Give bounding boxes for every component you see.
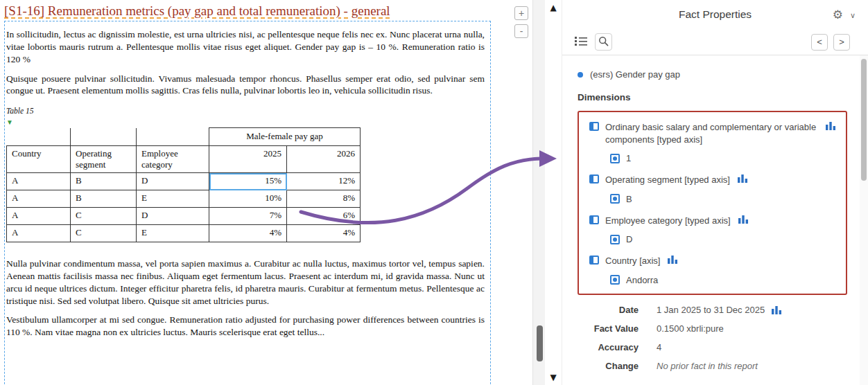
table-row: A B D 15% 12% <box>7 173 361 190</box>
fact-cell[interactable]: 6% <box>287 208 361 225</box>
selected-fact-cell[interactable]: 15% <box>209 173 287 190</box>
chart-icon[interactable] <box>772 305 782 314</box>
paragraph: Nulla pulvinar condimentum massa, vel po… <box>6 258 485 307</box>
chart-icon[interactable] <box>738 215 749 224</box>
chart-icon[interactable] <box>826 121 836 130</box>
cell: E <box>137 190 209 208</box>
zoom-controls: + - <box>514 6 528 38</box>
chevron-down-icon[interactable]: ∨ <box>850 1 856 30</box>
fact-cell[interactable]: 10% <box>209 190 287 208</box>
dimension-item: Country [axis] Andorra <box>589 255 836 285</box>
empty-cell <box>71 128 137 146</box>
dimension-label: Ordinary basic salary and complementary … <box>605 121 818 145</box>
dimension-item: Ordinary basic salary and complementary … <box>589 121 836 163</box>
cell: A <box>7 173 71 190</box>
property-label: Change <box>578 361 639 371</box>
fact-cell[interactable]: 7% <box>209 208 287 225</box>
column-header: Employee category <box>137 146 209 173</box>
gear-icon[interactable]: ⚙ <box>833 0 843 29</box>
selection-outline: In sollicitudin, lectus ac dignissim mol… <box>4 21 491 385</box>
fact-cell[interactable]: 4% <box>209 225 287 242</box>
dimension-row[interactable]: Operating segment [typed axis] <box>589 174 836 186</box>
fact-properties-panel: Fact Properties ⚙ ∨ < > <box>562 0 868 385</box>
panel-title: Fact Properties <box>562 0 868 29</box>
column-header: Country <box>7 146 71 173</box>
table-header-row: Country Operating segment Employee categ… <box>7 146 361 173</box>
member-icon[interactable] <box>610 275 620 285</box>
member-row[interactable]: B <box>610 194 836 204</box>
dimension-label: Operating segment [typed axis] <box>605 174 730 186</box>
panel-scrollbar[interactable] <box>860 55 868 385</box>
column-header: 2025 <box>209 146 287 173</box>
panel-toolbar: < > <box>562 29 868 55</box>
chart-icon[interactable] <box>738 174 748 183</box>
property-label: Fact Value <box>578 323 639 334</box>
table-row: A C D 7% 6% <box>7 208 361 225</box>
member-row[interactable]: D <box>610 234 836 244</box>
column-header: Operating segment <box>71 146 137 173</box>
fact-cell[interactable]: 4% <box>287 225 361 242</box>
member-label: D <box>626 234 632 244</box>
cell: C <box>71 225 137 242</box>
cell: B <box>71 173 137 190</box>
dimension-row[interactable]: Ordinary basic salary and complementary … <box>589 121 836 145</box>
property-value: 1 Jan 2025 to 31 Dec 2025 <box>657 305 782 315</box>
document-pane: [S1-16] Remuneration metrics (pay gap an… <box>0 0 532 385</box>
member-icon[interactable] <box>610 154 620 163</box>
property-label: Accuracy <box>578 342 639 352</box>
property-row: Fact Value 0.1500 xbrli:pure <box>578 323 847 334</box>
property-row: Change No prior fact in this report <box>578 361 847 371</box>
dimension-icon[interactable] <box>589 256 599 265</box>
dimensions-heading: Dimensions <box>578 92 847 102</box>
dimension-row[interactable]: Employee category [typed axis] <box>589 215 836 227</box>
chart-icon[interactable] <box>668 255 678 264</box>
outline-list-icon <box>575 36 587 48</box>
scroll-up-icon[interactable]: ▲ <box>545 3 562 12</box>
concept-label: (esrs) Gender pay gap <box>590 69 680 80</box>
member-icon[interactable] <box>610 194 620 204</box>
dimension-row[interactable]: Country [axis] <box>589 255 836 267</box>
fact-property-list: Date 1 Jan 2025 to 31 Dec 2025 Fact Valu… <box>578 305 847 371</box>
document-content: [S1-16] Remuneration metrics (pay gap an… <box>4 3 491 385</box>
property-value: No prior fact in this report <box>657 361 758 371</box>
dimension-icon[interactable] <box>589 174 599 183</box>
previous-fact-button[interactable]: < <box>811 34 828 51</box>
concept-row[interactable]: (esrs) Gender pay gap <box>578 69 847 80</box>
member-row[interactable]: 1 <box>610 153 836 163</box>
panel-scrollbar-thumb[interactable] <box>861 59 867 181</box>
paragraph: Quisque posuere pulvinar sollicitudin. V… <box>6 73 485 98</box>
dimension-icon[interactable] <box>589 215 599 224</box>
concept-bullet-icon <box>578 72 583 78</box>
scroll-down-icon[interactable]: ▼ <box>545 373 562 382</box>
document-title: [S1-16] Remuneration metrics (pay gap an… <box>4 3 420 19</box>
span-header: Male-female pay gap <box>209 128 361 146</box>
document-scrollbar-thumb[interactable] <box>537 325 543 361</box>
window-scrollbar: ▲ ▼ <box>545 0 562 385</box>
member-label: Andorra <box>626 275 658 285</box>
panel-header: Fact Properties ⚙ ∨ <box>562 0 868 29</box>
property-value: 0.1500 xbrli:pure <box>657 323 724 334</box>
dimension-label: Employee category [typed axis] <box>605 215 731 227</box>
document-scrollbar[interactable] <box>532 0 545 385</box>
dimension-icon[interactable] <box>589 122 599 131</box>
table-caption: Table 15 <box>6 107 485 115</box>
cell: D <box>137 208 209 225</box>
property-row: Accuracy 4 <box>578 342 847 352</box>
dimension-item: Operating segment [typed axis] B <box>589 174 836 204</box>
outline-list-button[interactable] <box>572 33 589 51</box>
zoom-in-button[interactable]: + <box>514 6 528 20</box>
cell: B <box>71 190 137 208</box>
zoom-out-button[interactable]: - <box>514 24 528 38</box>
dimension-item: Employee category [typed axis] D <box>589 215 836 245</box>
panel-content: (esrs) Gender pay gap Dimensions Ordinar… <box>562 55 860 385</box>
expand-marker-icon[interactable]: ▼ <box>6 118 16 126</box>
next-fact-button[interactable]: > <box>833 34 850 51</box>
property-value-text: 4 <box>657 342 661 352</box>
member-icon[interactable] <box>610 235 620 244</box>
annotation-highlight-box: Ordinary basic salary and complementary … <box>578 111 847 295</box>
fact-cell[interactable]: 8% <box>287 190 361 208</box>
search-button[interactable] <box>595 33 612 51</box>
member-row[interactable]: Andorra <box>610 275 836 285</box>
fact-cell[interactable]: 12% <box>287 173 361 190</box>
table-row: A B E 10% 8% <box>7 190 361 208</box>
